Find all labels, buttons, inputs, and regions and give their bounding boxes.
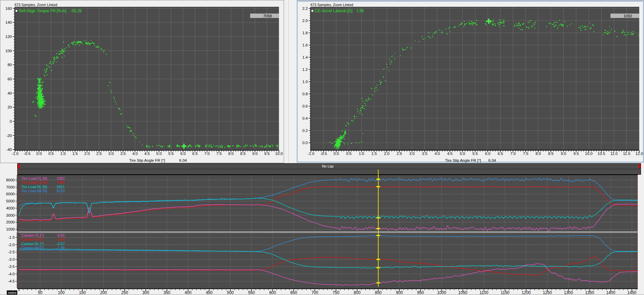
svg-text:-3.57: -3.57 bbox=[56, 242, 65, 246]
svg-text:6.5: 6.5 bbox=[498, 152, 503, 156]
svg-text:7000: 7000 bbox=[6, 185, 15, 189]
svg-text:60: 60 bbox=[7, 77, 12, 81]
svg-text:8.5: 8.5 bbox=[548, 152, 554, 156]
svg-text:No Lap: No Lap bbox=[322, 164, 334, 168]
svg-text:Camber FL [°]: Camber FL [°] bbox=[21, 233, 44, 237]
svg-text:0.8: 0.8 bbox=[302, 92, 308, 96]
svg-text:80: 80 bbox=[7, 63, 12, 67]
svg-text:0.0: 0.0 bbox=[302, 141, 308, 145]
svg-text:650: 650 bbox=[290, 290, 297, 295]
svg-text:-2.0: -2.0 bbox=[8, 243, 15, 247]
svg-text:-35.26: -35.26 bbox=[70, 8, 82, 13]
svg-text:1350: 1350 bbox=[585, 290, 594, 295]
svg-text:150: 150 bbox=[79, 290, 86, 295]
svg-text:1.0: 1.0 bbox=[302, 80, 308, 84]
svg-text:1000: 1000 bbox=[437, 290, 446, 295]
svg-text:0.6: 0.6 bbox=[302, 104, 308, 108]
svg-text:1.0: 1.0 bbox=[60, 152, 66, 156]
svg-text:CG Accel Lateral [G]: CG Accel Lateral [G] bbox=[315, 8, 353, 13]
svg-text:-20: -20 bbox=[6, 134, 12, 138]
svg-text:4.0: 4.0 bbox=[132, 152, 138, 156]
svg-text:1.6: 1.6 bbox=[302, 43, 308, 47]
svg-text:Tire Load FR [N]: Tire Load FR [N] bbox=[21, 180, 47, 184]
svg-text:1092: 1092 bbox=[623, 14, 632, 18]
svg-text:2.5: 2.5 bbox=[96, 152, 102, 156]
svg-text:450: 450 bbox=[206, 290, 213, 295]
svg-text:0.4: 0.4 bbox=[302, 116, 308, 120]
svg-text:7.0: 7.0 bbox=[204, 152, 210, 156]
svg-text:9.5: 9.5 bbox=[264, 152, 270, 156]
svg-text:11.0: 11.0 bbox=[610, 152, 618, 156]
svg-text:Tire Load FL [N]: Tire Load FL [N] bbox=[21, 176, 47, 180]
svg-text:5.5: 5.5 bbox=[472, 152, 478, 156]
svg-text:0.0: 0.0 bbox=[36, 152, 42, 156]
svg-text:-4.0: -4.0 bbox=[8, 272, 15, 276]
svg-text:5.0: 5.0 bbox=[460, 152, 465, 156]
svg-text:400: 400 bbox=[185, 290, 192, 295]
svg-text:1050: 1050 bbox=[458, 290, 467, 295]
svg-text:1150: 1150 bbox=[501, 290, 509, 295]
svg-text:1.2: 1.2 bbox=[302, 67, 308, 72]
svg-text:10.0: 10.0 bbox=[585, 152, 592, 156]
svg-text:7058: 7058 bbox=[263, 14, 272, 18]
svg-text:250: 250 bbox=[121, 290, 128, 295]
svg-text:1.4: 1.4 bbox=[302, 55, 308, 59]
svg-text:6000: 6000 bbox=[6, 192, 15, 196]
svg-text:4.5: 4.5 bbox=[447, 152, 452, 156]
svg-text:5.0: 5.0 bbox=[156, 152, 162, 156]
svg-text:120: 120 bbox=[5, 35, 12, 39]
svg-text:Self Align Torque FR [N.m]: Self Align Torque FR [N.m] bbox=[19, 8, 66, 13]
svg-text:1.8: 1.8 bbox=[302, 31, 308, 35]
svg-text:4000: 4000 bbox=[6, 206, 15, 210]
svg-text:3.5: 3.5 bbox=[120, 152, 126, 156]
svg-text:0.5: 0.5 bbox=[346, 152, 351, 156]
svg-text:160: 160 bbox=[5, 6, 12, 11]
svg-text:1.99: 1.99 bbox=[356, 8, 364, 13]
svg-text:2621: 2621 bbox=[57, 185, 65, 189]
svg-text:Camber RR [°]: Camber RR [°] bbox=[21, 246, 44, 250]
svg-text:1100: 1100 bbox=[480, 290, 488, 295]
svg-text:2.5: 2.5 bbox=[397, 152, 402, 156]
svg-text:6.04: 6.04 bbox=[179, 158, 187, 162]
svg-text:9.0: 9.0 bbox=[561, 152, 566, 156]
svg-text:Camber RL [°]: Camber RL [°] bbox=[21, 242, 44, 246]
svg-text:-4.5: -4.5 bbox=[8, 279, 15, 283]
svg-text:7.5: 7.5 bbox=[523, 152, 528, 156]
svg-text:-0.5: -0.5 bbox=[320, 152, 327, 156]
svg-text:500: 500 bbox=[227, 290, 234, 295]
svg-text:metre: metre bbox=[8, 291, 17, 295]
svg-text:900: 900 bbox=[396, 290, 403, 295]
svg-text:6.04: 6.04 bbox=[488, 158, 496, 162]
svg-text:2.0: 2.0 bbox=[302, 19, 308, 23]
svg-text:-3.5: -3.5 bbox=[8, 264, 15, 269]
svg-text:100: 100 bbox=[5, 49, 12, 53]
svg-text:9.0: 9.0 bbox=[252, 152, 258, 156]
svg-text:40: 40 bbox=[7, 91, 12, 95]
svg-text:6.5: 6.5 bbox=[192, 152, 198, 156]
svg-text:7.0: 7.0 bbox=[510, 152, 516, 156]
svg-text:-3.0: -3.0 bbox=[8, 257, 15, 261]
svg-text:200: 200 bbox=[100, 290, 107, 295]
svg-text:1092: 1092 bbox=[57, 176, 65, 180]
svg-text:673 Samples, Zoom Linked: 673 Samples, Zoom Linked bbox=[310, 3, 353, 7]
svg-text:673 Samples, Zoom Linked: 673 Samples, Zoom Linked bbox=[15, 3, 57, 7]
svg-text:11.5: 11.5 bbox=[623, 152, 630, 156]
svg-text:Tire Load RR [N]: Tire Load RR [N] bbox=[21, 189, 47, 193]
svg-text:7058: 7058 bbox=[57, 180, 65, 184]
svg-text:700: 700 bbox=[311, 290, 318, 295]
svg-text:8000: 8000 bbox=[6, 178, 15, 182]
svg-text:2.2: 2.2 bbox=[302, 6, 308, 11]
svg-text:8130: 8130 bbox=[57, 189, 65, 193]
svg-text:10.5: 10.5 bbox=[598, 152, 605, 156]
svg-text:5000: 5000 bbox=[6, 199, 15, 203]
svg-text:2000: 2000 bbox=[6, 220, 15, 224]
svg-text:-0.5: -0.5 bbox=[24, 152, 31, 156]
svg-text:2.0: 2.0 bbox=[84, 152, 90, 156]
svg-text:1450: 1450 bbox=[627, 290, 637, 295]
svg-text:0.2: 0.2 bbox=[302, 129, 308, 133]
svg-text:0.0: 0.0 bbox=[334, 152, 339, 156]
svg-text:1400: 1400 bbox=[606, 290, 615, 295]
svg-text:1200: 1200 bbox=[522, 290, 531, 295]
svg-text:9.5: 9.5 bbox=[573, 152, 579, 156]
svg-text:3000: 3000 bbox=[6, 213, 15, 217]
